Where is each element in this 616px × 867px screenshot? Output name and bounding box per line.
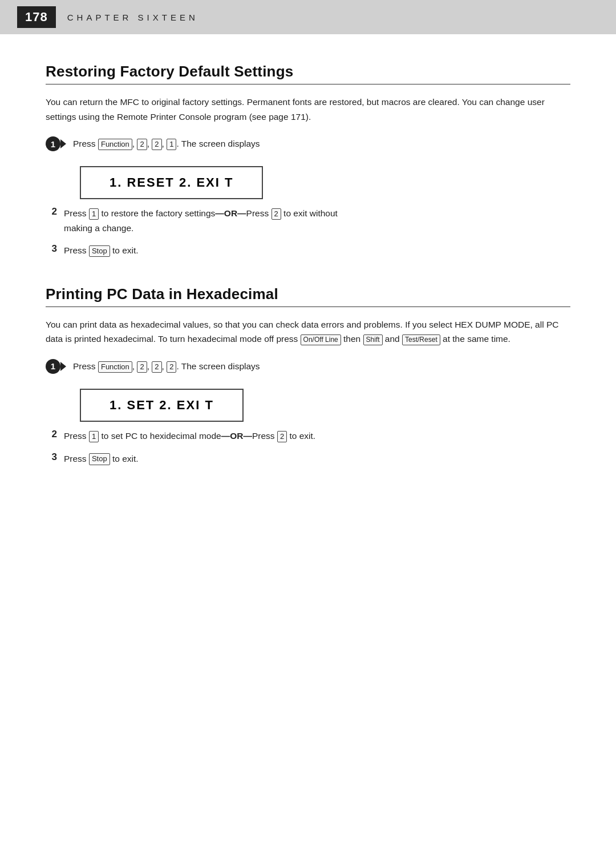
- sec2-key-function: Function: [98, 361, 132, 373]
- sec2-step3-content: Press Stop to exit.: [64, 451, 570, 466]
- sec2-key-2-s2: 2: [277, 431, 287, 442]
- section2-step2: 2 Press 1 to set PC to hexidecimal mode—…: [46, 429, 570, 443]
- sec2-or-text: —OR—: [221, 431, 252, 441]
- section-hex: Printing PC Data in Hexadecimal You can …: [46, 285, 570, 466]
- sec2-key-1-s2: 1: [89, 431, 99, 442]
- sec2-key-2b: 2: [152, 361, 161, 373]
- sec2-step2-number: 2: [46, 429, 57, 440]
- key-2a: 2: [137, 139, 147, 150]
- page-number: 178: [17, 6, 56, 28]
- section2-divider: [46, 307, 570, 307]
- section1-divider: [46, 84, 570, 84]
- section1-step3: 3 Press Stop to exit.: [46, 243, 570, 258]
- sec2-step1-text-before: Press: [73, 361, 98, 371]
- section2-step3: 3 Press Stop to exit.: [46, 451, 570, 466]
- chapter-label: CHAPTER SIXTEEN: [67, 13, 198, 22]
- section-restore-factory: Restoring Factory Default Settings You c…: [46, 63, 570, 258]
- sec2-step1-content: Press Function, 2, 2, 2. The screen disp…: [73, 359, 570, 374]
- step2-content: Press 1 to restore the factory settings—…: [64, 206, 570, 235]
- sec2-key-2c: 2: [167, 361, 176, 373]
- page-header: 178 CHAPTER SIXTEEN: [0, 0, 616, 34]
- key-shift: Shift: [363, 334, 383, 345]
- sec2-step1-text-after: . The screen displays: [176, 361, 260, 371]
- key-stop-s3: Stop: [89, 245, 110, 257]
- key-function: Function: [98, 139, 132, 150]
- step1-number: 1: [46, 136, 66, 151]
- section1-intro: You can return the MFC to original facto…: [46, 95, 570, 124]
- page: 178 CHAPTER SIXTEEN Restoring Factory De…: [0, 0, 616, 867]
- sec2-key-2a: 2: [137, 361, 147, 373]
- key-test-reset: Test/Reset: [402, 334, 440, 345]
- step1-circle: 1: [46, 136, 60, 151]
- section1-title: Restoring Factory Default Settings: [46, 63, 570, 80]
- sec2-step3-number: 3: [46, 451, 57, 463]
- step1-arrow: [60, 139, 66, 148]
- step3-number: 3: [46, 243, 57, 255]
- step2-number: 2: [46, 206, 57, 217]
- section1-step2: 2 Press 1 to restore the factory setting…: [46, 206, 570, 235]
- section2-lcd: 1. SET 2. EXI T: [80, 389, 244, 422]
- step1-text-before: Press: [73, 139, 98, 148]
- main-content: Restoring Factory Default Settings You c…: [0, 34, 616, 867]
- section2-step1: 1 Press Function, 2, 2, 2. The screen di…: [46, 359, 570, 374]
- key-1-s2: 1: [89, 208, 99, 220]
- step1-content: Press Function, 2, 2, 1. The screen disp…: [73, 136, 570, 151]
- section2-title: Printing PC Data in Hexadecimal: [46, 285, 570, 303]
- sec2-step1-arrow: [60, 362, 66, 371]
- step1-text-after: . The screen displays: [176, 139, 260, 148]
- key-on-off-line: On/Off Line: [301, 334, 341, 345]
- sec2-key-stop-s3: Stop: [89, 453, 110, 465]
- section1-step1: 1 Press Function, 2, 2, 1. The screen di…: [46, 136, 570, 151]
- key-2-s2: 2: [271, 208, 281, 220]
- sec2-step2-content: Press 1 to set PC to hexidecimal mode—OR…: [64, 429, 570, 443]
- sec2-step1-number: 1: [46, 359, 66, 374]
- step3-content: Press Stop to exit.: [64, 243, 570, 258]
- section2-intro: You can print data as hexadecimal values…: [46, 317, 570, 346]
- key-1: 1: [167, 139, 176, 150]
- section1-lcd: 1. RESET 2. EXI T: [80, 166, 263, 199]
- or-text: —OR—: [215, 208, 246, 218]
- key-2b: 2: [152, 139, 161, 150]
- sec2-step1-circle: 1: [46, 359, 60, 374]
